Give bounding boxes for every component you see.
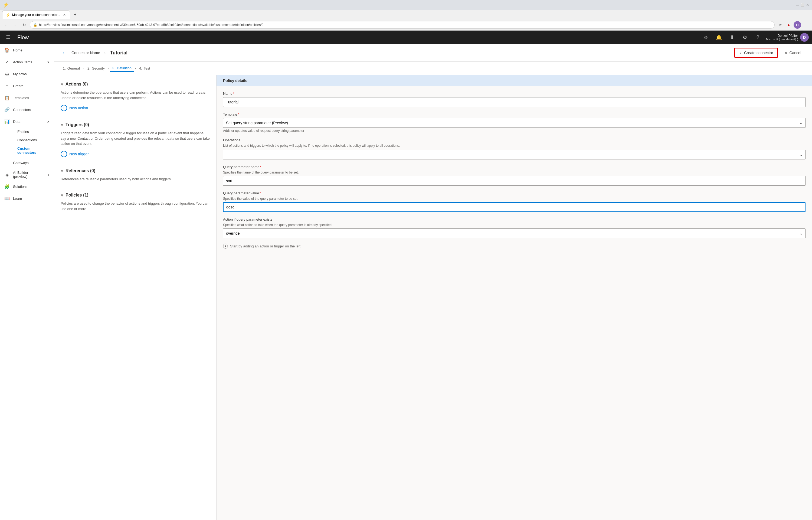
bell-icon[interactable]: 🔔 bbox=[714, 32, 724, 42]
browser-actions: ☆ ● D ⋮ bbox=[776, 21, 810, 29]
data-chevron: ∧ bbox=[47, 120, 50, 124]
more-options-icon[interactable]: ⋮ bbox=[802, 21, 810, 29]
extension-icon-1[interactable]: ● bbox=[785, 21, 792, 29]
template-label: Template* bbox=[223, 112, 806, 116]
hamburger-button[interactable]: ☰ bbox=[3, 32, 13, 42]
wizard-steps: 1. General › 2. Security › 3. Definition… bbox=[54, 62, 812, 75]
star-icon[interactable]: ☆ bbox=[776, 21, 784, 29]
query-param-value-hint: Specifies the value of the query paramet… bbox=[223, 197, 806, 201]
references-divider bbox=[61, 187, 210, 187]
action-items-icon: ✓ bbox=[4, 59, 10, 65]
sidebar-item-gateways[interactable]: Gateways bbox=[0, 157, 54, 168]
policies-collapse-icon[interactable]: ∨ bbox=[61, 193, 63, 197]
step-2-label: Security bbox=[92, 66, 105, 70]
name-required: * bbox=[233, 92, 234, 96]
active-tab[interactable]: ⚡ Manage your custom connector... ✕ bbox=[2, 10, 70, 19]
operations-select[interactable] bbox=[223, 150, 806, 159]
policies-section-title: Policies (1) bbox=[66, 193, 88, 198]
user-avatar[interactable]: D bbox=[800, 33, 809, 42]
content-area: ← Connector Name › Tutorial ✓ Create con… bbox=[54, 44, 812, 520]
header-actions: ✓ Create connector ✕ Cancel bbox=[734, 48, 806, 58]
policies-section-desc: Policies are used to change the behavior… bbox=[61, 201, 210, 211]
tab-favicon: ⚡ bbox=[6, 13, 10, 17]
help-icon[interactable]: ? bbox=[753, 32, 763, 42]
sidebar-item-home[interactable]: 🏠 Home bbox=[0, 44, 54, 56]
solutions-icon: 🧩 bbox=[4, 184, 10, 189]
query-param-value-input[interactable] bbox=[223, 202, 806, 212]
action-if-exists-group: Action if query parameter exists Specifi… bbox=[223, 217, 806, 238]
sidebar-item-connections[interactable]: Connections bbox=[13, 136, 54, 144]
title-bar: ⚡ — ⬜ ✕ bbox=[0, 0, 812, 10]
references-section-desc: References are reusable parameters used … bbox=[61, 177, 210, 182]
new-action-label: New action bbox=[69, 106, 88, 110]
cancel-button[interactable]: ✕ Cancel bbox=[780, 48, 806, 57]
info-icon: ℹ bbox=[223, 243, 228, 249]
sidebar-item-my-flows[interactable]: ◎ My flows bbox=[0, 68, 54, 80]
ai-builder-chevron: ∨ bbox=[47, 173, 50, 177]
user-section: Denzel Pfeifer Microsoft (new default) (… bbox=[766, 33, 809, 42]
wizard-step-definition[interactable]: 3. Definition bbox=[110, 65, 134, 72]
sidebar-item-ai-builder[interactable]: ◈ AI Builder(preview) ∨ bbox=[0, 168, 54, 181]
query-param-value-label: Query parameter value* bbox=[223, 191, 806, 195]
data-icon: 📊 bbox=[4, 119, 10, 124]
action-if-exists-select[interactable]: override bbox=[223, 229, 806, 238]
panel-layout: ∨ Actions (0) Actions determine the oper… bbox=[54, 75, 812, 520]
url-input[interactable]: 🔒 https://preview.flow.microsoft.com/man… bbox=[30, 21, 775, 29]
new-tab-button[interactable]: + bbox=[71, 11, 79, 19]
policies-section-header: ∨ Policies (1) bbox=[61, 193, 210, 198]
triggers-section-desc: Triggers read data from your connector. … bbox=[61, 130, 210, 147]
wizard-step-security[interactable]: 2. Security bbox=[85, 65, 107, 72]
references-collapse-icon[interactable]: ∨ bbox=[61, 168, 63, 173]
name-field-group: Name* bbox=[223, 92, 806, 107]
sidebar-label-create: Create bbox=[13, 84, 24, 88]
actions-collapse-icon[interactable]: ∨ bbox=[61, 82, 63, 86]
sidebar-item-learn[interactable]: 📖 Learn bbox=[0, 192, 54, 204]
name-input[interactable] bbox=[223, 97, 806, 107]
connector-name: Connector Name bbox=[72, 51, 100, 55]
sidebar-item-templates[interactable]: 📋 Templates bbox=[0, 92, 54, 104]
check-icon: ✓ bbox=[739, 51, 742, 55]
settings-icon[interactable]: ⚙ bbox=[740, 32, 750, 42]
sidebar-item-data[interactable]: 📊 Data ∧ bbox=[0, 115, 54, 128]
extension-icon-2[interactable]: D bbox=[793, 21, 801, 29]
close-button[interactable]: ✕ bbox=[806, 3, 809, 7]
back-nav-button[interactable]: ← bbox=[2, 21, 10, 29]
query-param-name-input[interactable] bbox=[223, 176, 806, 186]
sidebar-item-custom-connectors[interactable]: Custom connectors bbox=[13, 144, 54, 157]
emoji-icon[interactable]: ☺ bbox=[701, 32, 711, 42]
cancel-label: Cancel bbox=[789, 51, 801, 55]
name-label: Name* bbox=[223, 92, 806, 96]
create-connector-button[interactable]: ✓ Create connector bbox=[734, 48, 778, 58]
operations-select-wrapper bbox=[223, 150, 806, 159]
template-select[interactable]: Set query string parameter (Preview) bbox=[223, 118, 806, 128]
actions-section-desc: Actions determine the operations that us… bbox=[61, 90, 210, 100]
new-action-plus-icon: + bbox=[61, 105, 67, 111]
sidebar-label-ai-builder: AI Builder(preview) bbox=[13, 171, 28, 179]
url-text: https://preview.flow.microsoft.com/manag… bbox=[39, 23, 263, 27]
address-bar: ← → ↻ 🔒 https://preview.flow.microsoft.c… bbox=[0, 20, 812, 30]
sidebar-item-entities[interactable]: Entities bbox=[13, 128, 54, 136]
left-panel: ∨ Actions (0) Actions determine the oper… bbox=[54, 75, 216, 520]
minimize-button[interactable]: — bbox=[796, 3, 800, 7]
triggers-section-title: Triggers (0) bbox=[66, 122, 89, 127]
triggers-collapse-icon[interactable]: ∨ bbox=[61, 123, 63, 127]
tab-close-icon[interactable]: ✕ bbox=[62, 13, 67, 17]
forward-nav-button[interactable]: → bbox=[11, 21, 19, 29]
create-icon: + bbox=[4, 83, 10, 88]
sidebar-item-action-items[interactable]: ✓ Action items ∨ bbox=[0, 56, 54, 68]
wizard-step-general[interactable]: 1. General bbox=[61, 65, 82, 72]
new-action-button[interactable]: + New action bbox=[61, 105, 88, 111]
new-trigger-button[interactable]: + New trigger bbox=[61, 151, 89, 157]
wizard-step-test[interactable]: 4. Test bbox=[137, 65, 152, 72]
operations-field-group: Operations List of actions and triggers … bbox=[223, 138, 806, 159]
sidebar-item-solutions[interactable]: 🧩 Solutions bbox=[0, 181, 54, 192]
action-if-exists-select-wrapper: override bbox=[223, 229, 806, 238]
download-icon[interactable]: ⬇ bbox=[727, 32, 737, 42]
sidebar-item-connectors[interactable]: 🔗 Connectors bbox=[0, 104, 54, 115]
maximize-button[interactable]: ⬜ bbox=[801, 3, 805, 7]
refresh-nav-button[interactable]: ↻ bbox=[21, 21, 28, 29]
sidebar-item-create[interactable]: + Create bbox=[0, 80, 54, 92]
back-button[interactable]: ← bbox=[61, 49, 68, 57]
sidebar-label-templates: Templates bbox=[13, 96, 29, 100]
query-param-value-group: Query parameter value* Specifies the val… bbox=[223, 191, 806, 212]
